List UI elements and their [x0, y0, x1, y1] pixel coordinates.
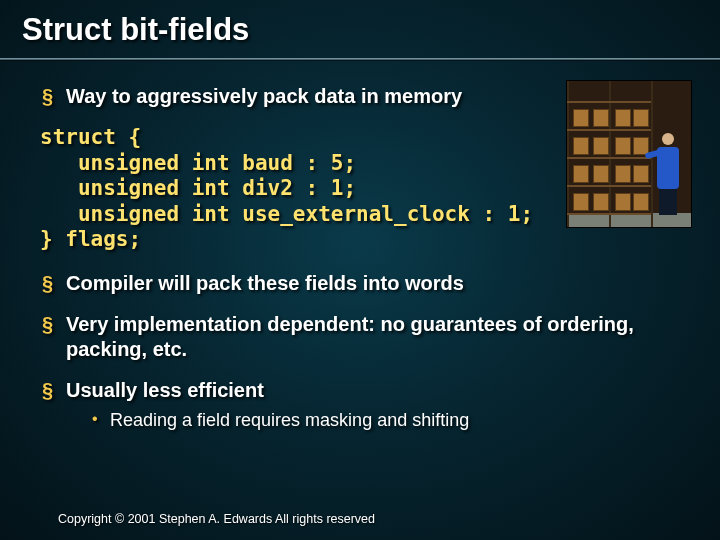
divider [0, 58, 720, 60]
bullet-item: Compiler will pack these fields into wor… [42, 271, 698, 296]
copyright-text: Copyright © 2001 Stephen A. Edwards All … [58, 512, 375, 526]
sub-bullet-item: Reading a field requires masking and shi… [92, 409, 698, 432]
worker-icon [653, 133, 683, 217]
slide: Struct bit-fields Way to aggressively pa… [0, 0, 720, 540]
bullet-item: Way to aggressively pack data in memory [42, 84, 698, 109]
bullet-list: Way to aggressively pack data in memory [22, 84, 698, 109]
bullet-text: Usually less efficient [66, 379, 264, 401]
slide-title: Struct bit-fields [22, 12, 698, 48]
bullet-item: Very implementation dependent: no guaran… [42, 312, 698, 362]
bullet-item: Usually less efficient Reading a field r… [42, 378, 698, 432]
bullet-list: Compiler will pack these fields into wor… [22, 271, 698, 432]
sub-bullet-list: Reading a field requires masking and shi… [66, 409, 698, 432]
